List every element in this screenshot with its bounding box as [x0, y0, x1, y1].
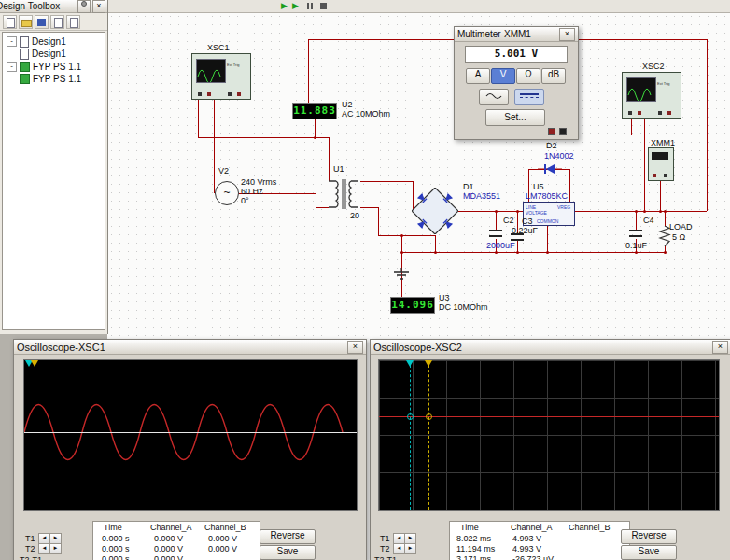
bridge-rectifier-d1-symbol[interactable]	[412, 188, 458, 234]
transformer-u1-symbol[interactable]	[327, 174, 360, 213]
reverse-button[interactable]: Reverse	[260, 529, 316, 544]
scope1-trace	[24, 360, 357, 510]
multimeter-icon-screen	[652, 152, 668, 160]
load-ref-label: LOAD	[669, 222, 693, 231]
scope1-t2t1-time: 0.000 s	[102, 554, 130, 560]
ground-symbol[interactable]	[393, 268, 410, 283]
scope1-col-channel-b: Channel_B	[204, 523, 246, 532]
u1-ratio-label: 20	[350, 211, 359, 220]
tree-item-design1-sheet[interactable]: Design1	[20, 48, 66, 60]
diode-d2-symbol[interactable]	[538, 163, 562, 175]
scope2-t1-time: 8.022 ms	[456, 534, 491, 543]
oscilloscope-xsc2-symbol[interactable]: Ext Trig	[622, 72, 681, 119]
u1-ref-label: U1	[333, 164, 344, 174]
xmm1-label: XMM1	[651, 138, 675, 147]
terminal	[228, 92, 232, 96]
scope2-title: Oscilloscope-XSC2	[373, 342, 710, 353]
ammeter-mode-button[interactable]: A	[466, 68, 490, 84]
ac-source-v2-symbol[interactable]: ~	[215, 181, 239, 205]
plus-terminal[interactable]	[548, 128, 555, 135]
tree-item-label: Design1	[32, 49, 66, 59]
scope2-t2t1-label: T2-T1	[374, 555, 397, 560]
play-icon[interactable]: ▶	[281, 1, 288, 11]
u3-value-label: DC 10MOhm	[439, 302, 488, 312]
cursor2-flag-icon[interactable]	[425, 360, 432, 367]
scope2-t2-a: 4.993 V	[512, 544, 541, 553]
open-folder-icon[interactable]	[19, 15, 33, 29]
reverse-button[interactable]: Reverse	[621, 529, 677, 544]
cursor1-flag-icon[interactable]	[406, 360, 414, 367]
minus-terminal[interactable]	[559, 128, 567, 135]
capacitor-c4-symbol[interactable]	[629, 230, 642, 231]
scope2-col-time: Time	[460, 523, 479, 532]
t2-right-spinner[interactable]: ►	[404, 543, 416, 554]
d2-ref-label: D2	[546, 141, 557, 150]
xsc1-label: XSC1	[207, 43, 230, 52]
save-icon[interactable]	[35, 15, 49, 29]
capacitor-c3-symbol[interactable]	[511, 239, 524, 241]
scope1-titlebar[interactable]: Oscilloscope-XSC1 ×	[14, 340, 366, 355]
scope1-screen[interactable]	[23, 359, 358, 511]
tree-item-fyp-ps-sheet[interactable]: FYP PS 1.1	[20, 73, 81, 85]
load-resistor-symbol[interactable]	[658, 226, 671, 246]
cursor2-line[interactable]	[428, 360, 429, 510]
multimeter-titlebar[interactable]: Multimeter-XMM1 ×	[455, 27, 578, 42]
design-toolbox-titlebar[interactable]: Design Toolbox ×	[0, 0, 107, 13]
tree-item-label: FYP PS 1.1	[33, 74, 81, 84]
scope1-col-channel-a: Channel_A	[150, 523, 192, 532]
collapse-icon[interactable]: -	[7, 62, 17, 72]
tree-item-fyp-ps[interactable]: - FYP PS 1.1	[7, 61, 81, 73]
scope2-screen[interactable]	[378, 359, 720, 511]
voltmeter-u3-display[interactable]: 14.096	[390, 297, 435, 314]
oscilloscope-xsc1-window: Oscilloscope-XSC1 × T1 ◄ ► T2 ◄ ► T2-T1 …	[13, 339, 367, 560]
close-icon[interactable]: ×	[712, 341, 728, 354]
u3-ref-label: U3	[439, 293, 450, 302]
voltmeter-mode-button[interactable]: V	[491, 68, 515, 84]
scope2-t1-label: T1	[380, 534, 390, 543]
capacitor-c2-symbol[interactable]	[489, 230, 502, 231]
db-mode-button[interactable]: dB	[541, 68, 566, 84]
tree-item-label: FYP PS 1.1	[33, 62, 81, 72]
close-icon[interactable]: ×	[92, 0, 105, 13]
voltmeter-u2-display[interactable]: 11.883	[292, 103, 337, 119]
ohmmeter-mode-button[interactable]: Ω	[516, 68, 540, 84]
new-sheet-icon[interactable]	[50, 15, 64, 29]
stop-icon[interactable]	[320, 3, 327, 9]
cursor2-flag-icon[interactable]	[31, 360, 38, 367]
scope1-channel-b-trace	[24, 432, 357, 433]
scope1-t2t1-a: 0.000 V	[154, 554, 183, 560]
capacitor-c4-symbol[interactable]	[629, 235, 642, 237]
dc-mode-button[interactable]	[514, 89, 544, 105]
design-tree: - Design1 Design1 - FYP PS 1.1 FYP PS 1.…	[2, 32, 105, 330]
fast-forward-icon[interactable]: ▶	[292, 1, 299, 11]
save-button[interactable]: Save	[621, 545, 677, 560]
d1-ref-label: D1	[463, 182, 474, 191]
sine-icon	[485, 91, 502, 101]
close-icon[interactable]: ×	[559, 28, 575, 41]
tree-item-design1[interactable]: - Design1	[7, 35, 66, 48]
ac-mode-button[interactable]	[479, 89, 509, 105]
pin-icon[interactable]	[77, 0, 91, 13]
oscilloscope-xsc1-symbol[interactable]: Ext Trig	[191, 53, 251, 100]
collapse-icon[interactable]: -	[7, 36, 17, 47]
multimeter-xmm1-symbol[interactable]	[648, 147, 674, 181]
save-button[interactable]: Save	[260, 545, 316, 560]
capacitor-c2-symbol[interactable]	[489, 235, 502, 237]
terminal	[658, 111, 662, 115]
close-icon[interactable]: ×	[347, 341, 363, 354]
multimeter-reading: 5.001 V	[465, 46, 568, 63]
terminal	[628, 111, 632, 115]
scope2-t2-time: 11.194 ms	[456, 544, 495, 553]
set-button[interactable]: Set...	[485, 109, 545, 126]
scope2-titlebar[interactable]: Oscilloscope-XSC2 ×	[371, 340, 730, 355]
terminal	[207, 92, 211, 96]
capacitor-c3-symbol[interactable]	[511, 233, 524, 235]
dc-line-icon	[520, 93, 539, 95]
u5-pin-vreg: VREG	[557, 204, 570, 210]
close-sheet-icon[interactable]	[66, 15, 80, 29]
new-document-icon[interactable]	[3, 15, 17, 29]
t2-right-spinner[interactable]: ►	[49, 543, 62, 554]
scope2-col-channel-a: Channel_A	[511, 523, 553, 532]
cursor1-line[interactable]	[410, 360, 411, 510]
terminal	[664, 174, 667, 177]
